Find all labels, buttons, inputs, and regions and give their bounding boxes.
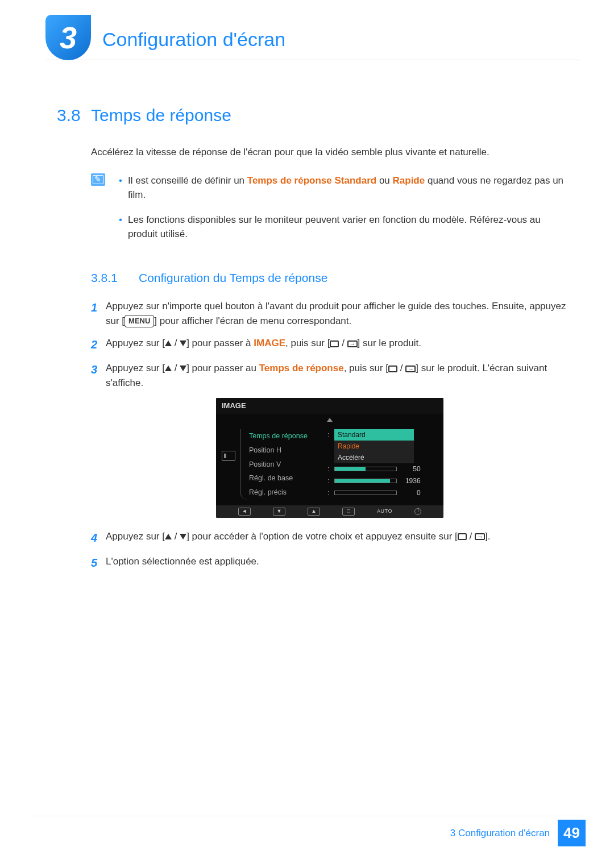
steps-list: 1 Appuyez sur n'importe quel bouton à l'…: [91, 299, 569, 571]
osd-category-icon: [222, 429, 238, 500]
note-item: Il est conseillé de définir un Temps de …: [119, 173, 569, 202]
osd-fine-value: 0: [401, 488, 421, 498]
enter-icon: [475, 533, 485, 540]
osd-power-icon: [414, 508, 421, 515]
up-arrow-icon: [327, 418, 333, 422]
osd-source-icon: □: [342, 508, 355, 516]
osd-button-bar: ◄ ▼ ▲ □ AUTO: [216, 505, 443, 518]
step-text: Appuyez sur [ / ] pour accéder à l'optio…: [106, 529, 569, 546]
step-text: Appuyez sur [ / ] pour passer au Temps d…: [106, 361, 569, 390]
step-1: 1 Appuyez sur n'importe quel bouton à l'…: [91, 299, 569, 328]
step-text: Appuyez sur [ / ] pour passer à IMAGE, p…: [106, 336, 569, 353]
osd-panel: IMAGE Temps de réponse Position H Positi…: [216, 398, 443, 518]
image-category-icon: [222, 451, 235, 461]
chapter-title: Configuration d'écran: [102, 15, 285, 54]
osd-curve-decoration: [240, 429, 248, 500]
step-text: L'option sélectionnée est appliquée.: [106, 554, 569, 571]
osd-back-icon: ◄: [238, 508, 251, 516]
chapter-number-badge: 3: [45, 15, 91, 60]
osd-auto-label: AUTO: [377, 508, 392, 516]
step-number: 1: [91, 299, 106, 328]
section-intro: Accélérez la vitesse de réponse de l'écr…: [91, 145, 569, 160]
osd-screenshot: IMAGE Temps de réponse Position H Positi…: [91, 398, 569, 518]
up-arrow-icon: [165, 529, 172, 544]
step-4: 4 Appuyez sur [ / ] pour accéder à l'opt…: [91, 529, 569, 546]
osd-header: IMAGE: [216, 398, 443, 414]
down-arrow-icon: [180, 529, 186, 544]
osd-values: : Standard Rapide Accéléré : :: [327, 429, 438, 500]
up-arrow-icon: [165, 361, 172, 376]
osd-posv-slider: 50: [334, 464, 438, 474]
note-text: Les fonctions disponibles sur le moniteu…: [128, 214, 541, 240]
source-icon: [388, 366, 397, 372]
osd-coarse-value: 1936: [401, 476, 421, 486]
subsection-heading: 3.8.1 Configuration du Temps de réponse: [91, 269, 569, 287]
osd-response-dropdown: Standard Rapide Accéléré: [334, 429, 414, 463]
note-text: Il est conseillé de définir un: [128, 175, 247, 186]
source-icon: [458, 533, 467, 540]
up-arrow-icon: [165, 336, 172, 351]
subsection-number: 3.8.1: [91, 269, 139, 287]
chapter-header: 3 Configuration d'écran: [45, 15, 580, 60]
step-number: 3: [91, 361, 106, 390]
osd-posv-value: 50: [401, 464, 421, 474]
osd-option-accelere: Accéléré: [334, 452, 414, 463]
osd-label-fine: Régl. précis: [246, 485, 320, 500]
section-title: Temps de réponse: [91, 102, 231, 128]
step-5: 5 L'option sélectionnée est appliquée.: [91, 554, 569, 571]
enter-icon: [405, 366, 416, 372]
footer-chapter: 3 Configuration d'écran: [450, 826, 550, 841]
note-block: Il est conseillé de définir un Temps de …: [91, 173, 569, 252]
step-emphasis: Temps de réponse: [259, 363, 344, 373]
osd-body: Temps de réponse Position H Position V R…: [216, 426, 443, 505]
note-text: ou: [376, 175, 392, 186]
note-emphasis: Rapide: [393, 175, 425, 186]
osd-coarse-slider: 1936: [334, 476, 438, 486]
osd-option-standard: Standard: [334, 429, 414, 441]
osd-labels: Temps de réponse Position H Position V R…: [246, 429, 320, 500]
osd-label-response: Temps de réponse: [246, 429, 320, 443]
note-icon: [91, 173, 105, 186]
note-item: Les fonctions disponibles sur le moniteu…: [119, 213, 569, 242]
page-footer: 3 Configuration d'écran 49: [28, 816, 586, 846]
osd-label-posv: Position V: [246, 458, 320, 472]
osd-fine-slider: 0: [334, 488, 438, 498]
section-number: 3.8: [57, 102, 91, 128]
subsection-title: Configuration du Temps de réponse: [139, 269, 327, 287]
step-number: 2: [91, 336, 106, 353]
enter-icon: [347, 340, 358, 347]
step-number: 5: [91, 554, 106, 571]
step-emphasis: IMAGE: [254, 338, 285, 348]
step-2: 2 Appuyez sur [ / ] pour passer à IMAGE,…: [91, 336, 569, 353]
step-number: 4: [91, 529, 106, 546]
osd-label-posh: Position H: [246, 443, 320, 458]
step-3: 3 Appuyez sur [ / ] pour passer au Temps…: [91, 361, 569, 390]
osd-scroll-up: [216, 414, 443, 426]
footer-page-number: 49: [558, 820, 586, 846]
section-heading: 3.8 Temps de réponse: [57, 102, 569, 128]
osd-up-icon: ▲: [308, 508, 320, 516]
menu-button-icon: MENU: [125, 315, 154, 327]
page-body: 3.8 Temps de réponse Accélérez la vitess…: [57, 102, 569, 579]
osd-coarse-fill: [335, 479, 390, 483]
step-text: Appuyez sur n'importe quel bouton à l'av…: [106, 299, 569, 328]
source-icon: [330, 340, 339, 347]
osd-option-rapide: Rapide: [334, 441, 414, 452]
osd-down-icon: ▼: [273, 508, 285, 516]
note-list: Il est conseillé de définir un Temps de …: [119, 173, 569, 252]
osd-label-coarse: Régl. de base: [246, 471, 320, 485]
osd-posv-fill: [335, 467, 366, 471]
down-arrow-icon: [180, 336, 186, 351]
down-arrow-icon: [180, 361, 186, 376]
note-emphasis: Temps de réponse Standard: [247, 175, 376, 186]
